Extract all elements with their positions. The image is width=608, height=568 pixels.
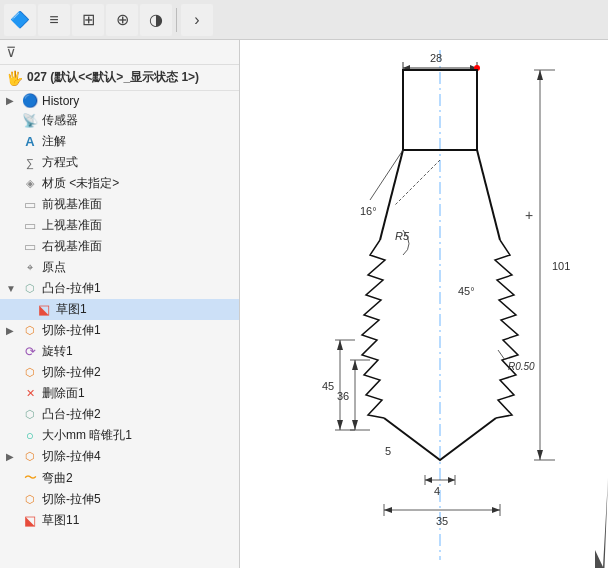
- tree-item-revolve1[interactable]: ⟳ 旋转1: [0, 341, 239, 362]
- material-label: 材质 <未指定>: [42, 175, 233, 192]
- equation-icon: ∑: [22, 157, 38, 169]
- pie-button[interactable]: ◑: [140, 4, 172, 36]
- delete-face1-icon: ✕: [22, 387, 38, 400]
- annotation-label: 注解: [42, 133, 233, 150]
- equation-label: 方程式: [42, 154, 233, 171]
- svg-text:+: +: [525, 207, 533, 223]
- svg-marker-44: [537, 70, 543, 80]
- revolve1-icon: ⟳: [22, 344, 38, 359]
- sketch1-label: 草图1: [56, 301, 233, 318]
- svg-text:R5: R5: [395, 230, 410, 242]
- tree-item-boss-extrude1[interactable]: ▼ ⬡ 凸台-拉伸1: [0, 278, 239, 299]
- tree-item-front-plane[interactable]: ▭ 前视基准面: [0, 194, 239, 215]
- svg-line-13: [395, 160, 440, 205]
- svg-line-9: [380, 150, 403, 240]
- delete-face1-label: 删除面1: [42, 385, 233, 402]
- revolve1-label: 旋转1: [42, 343, 233, 360]
- expand-arrow-boss-extrude1: ▼: [6, 283, 18, 294]
- tree-item-delete-face1[interactable]: ✕ 删除面1: [0, 383, 239, 404]
- feature-tree-sidebar[interactable]: ⊽ 🖐 027 (默认<<默认>_显示状态 1>) ▶ 🔵 History 📡 …: [0, 40, 240, 568]
- svg-text:4: 4: [434, 485, 440, 497]
- origin-label: 原点: [42, 259, 233, 276]
- front-plane-icon: ▭: [22, 197, 38, 212]
- cut-extrude2-icon: ⬡: [22, 366, 38, 379]
- tree-item-curve2[interactable]: 〜 弯曲2: [0, 467, 239, 489]
- 3d-view-button[interactable]: 🔷: [4, 4, 36, 36]
- svg-text:45: 45: [322, 380, 334, 392]
- history-icon: 🔵: [22, 93, 38, 108]
- tree-item-sketch1[interactable]: ⬕ 草图1: [0, 299, 239, 320]
- svg-line-10: [477, 150, 500, 240]
- svg-text:R0.50: R0.50: [508, 361, 535, 372]
- tree-item-sketch11[interactable]: ⬕ 草图11: [0, 510, 239, 531]
- svg-line-11: [370, 150, 403, 200]
- expand-arrow-cut-extrude4: ▶: [6, 451, 18, 462]
- part-header: 🖐 027 (默认<<默认>_显示状态 1>): [0, 65, 239, 91]
- svg-marker-33: [448, 477, 455, 483]
- svg-line-48: [498, 350, 505, 360]
- svg-text:45°: 45°: [458, 285, 475, 297]
- tree-item-right-plane[interactable]: ▭ 右视基准面: [0, 236, 239, 257]
- svg-marker-45: [537, 450, 543, 460]
- svg-marker-38: [384, 507, 392, 513]
- svg-marker-50: [595, 478, 608, 568]
- tree-button[interactable]: ⊞: [72, 4, 104, 36]
- tree-item-cut-extrude5[interactable]: ⬡ 切除-拉伸5: [0, 489, 239, 510]
- tree-item-cut-extrude1[interactable]: ▶ ⬡ 切除-拉伸1: [0, 320, 239, 341]
- history-label: History: [42, 94, 233, 108]
- right-plane-icon: ▭: [22, 239, 38, 254]
- tree-item-cut-extrude4[interactable]: ▶ ⬡ 切除-拉伸4: [0, 446, 239, 467]
- top-plane-icon: ▭: [22, 218, 38, 233]
- hole1-label: 大小mm 暗锥孔1: [42, 427, 233, 444]
- svg-text:35: 35: [436, 515, 448, 527]
- cut-extrude4-icon: ⬡: [22, 450, 38, 463]
- tree-item-annotation[interactable]: A 注解: [0, 131, 239, 152]
- tree-item-history[interactable]: ▶ 🔵 History: [0, 91, 239, 110]
- main-area: ⊽ 🖐 027 (默认<<默认>_显示状态 1>) ▶ 🔵 History 📡 …: [0, 40, 608, 568]
- svg-marker-26: [352, 420, 358, 430]
- svg-marker-32: [425, 477, 432, 483]
- curve2-label: 弯曲2: [42, 470, 233, 487]
- svg-marker-20: [337, 420, 343, 430]
- origin-icon: ⌖: [22, 261, 38, 274]
- tree-item-hole1[interactable]: ○ 大小mm 暗锥孔1: [0, 425, 239, 446]
- tree-item-material[interactable]: ◈ 材质 <未指定>: [0, 173, 239, 194]
- tree-item-top-plane[interactable]: ▭ 上视基准面: [0, 215, 239, 236]
- sensor-label: 传感器: [42, 112, 233, 129]
- top-plane-label: 上视基准面: [42, 217, 233, 234]
- toolbar: 🔷 ≡ ⊞ ⊕ ◑ ›: [0, 0, 608, 40]
- sketch11-icon: ⬕: [22, 513, 38, 528]
- svg-marker-39: [492, 507, 500, 513]
- tree-item-cut-extrude2[interactable]: ⬡ 切除-拉伸2: [0, 362, 239, 383]
- expand-arrow-history: ▶: [6, 95, 18, 106]
- svg-marker-19: [337, 340, 343, 350]
- svg-text:101: 101: [552, 260, 570, 272]
- tree-item-boss-extrude2[interactable]: ⬡ 凸台-拉伸2: [0, 404, 239, 425]
- more-button[interactable]: ›: [181, 4, 213, 36]
- drawing-area[interactable]: 28 16° R5: [240, 40, 608, 568]
- cut-extrude1-label: 切除-拉伸1: [42, 322, 233, 339]
- right-plane-label: 右视基准面: [42, 238, 233, 255]
- target-button[interactable]: ⊕: [106, 4, 138, 36]
- cut-extrude2-label: 切除-拉伸2: [42, 364, 233, 381]
- filter-icon: ⊽: [6, 44, 16, 60]
- toolbar-separator: [176, 8, 177, 32]
- tree-item-equation[interactable]: ∑ 方程式: [0, 152, 239, 173]
- svg-text:16°: 16°: [360, 205, 377, 217]
- cut-extrude5-icon: ⬡: [22, 493, 38, 506]
- filter-row: ⊽: [0, 40, 239, 65]
- tree-item-origin[interactable]: ⌖ 原点: [0, 257, 239, 278]
- boss-extrude2-label: 凸台-拉伸2: [42, 406, 233, 423]
- expand-arrow-cut-extrude1: ▶: [6, 325, 18, 336]
- tree-item-sensor[interactable]: 📡 传感器: [0, 110, 239, 131]
- list-button[interactable]: ≡: [38, 4, 70, 36]
- svg-text:28: 28: [430, 52, 442, 64]
- sketch11-label: 草图11: [42, 512, 233, 529]
- hand-icon: 🖐: [6, 70, 23, 86]
- boss-extrude1-label: 凸台-拉伸1: [42, 280, 233, 297]
- svg-text:36: 36: [337, 390, 349, 402]
- sensor-icon: 📡: [22, 113, 38, 128]
- boss-extrude2-icon: ⬡: [22, 408, 38, 421]
- cad-drawing: 28 16° R5: [240, 40, 608, 568]
- cut-extrude1-icon: ⬡: [22, 324, 38, 337]
